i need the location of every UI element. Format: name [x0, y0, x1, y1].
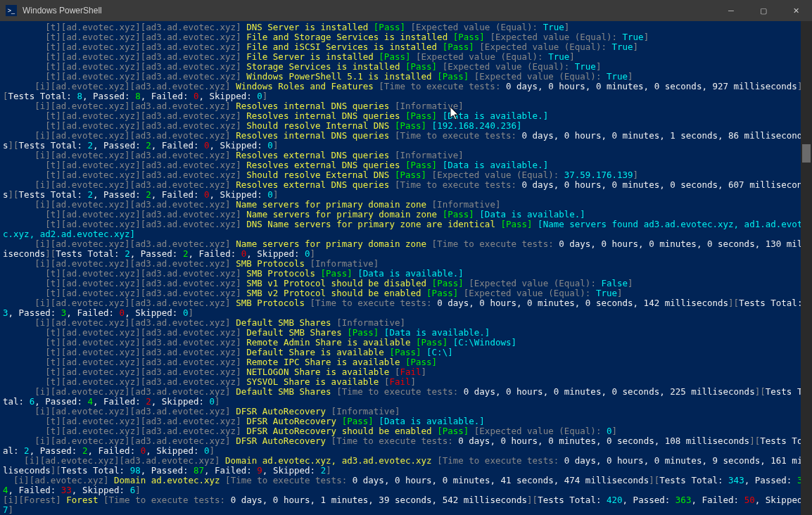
minimize-button[interactable]: ─ [715, 0, 747, 21]
maximize-button[interactable]: ▢ [747, 0, 780, 21]
scrollbar-track[interactable] [801, 21, 812, 515]
scrollbar-thumb[interactable] [802, 144, 811, 163]
terminal-output[interactable]: [t][ad.evotec.xyz][ad3.ad.evotec.xyz] DN… [0, 21, 812, 515]
powershell-icon: >_ [6, 5, 17, 16]
window-title: Windows PowerShell [23, 6, 102, 15]
window-controls: ─ ▢ ✕ [715, 0, 812, 21]
close-button[interactable]: ✕ [780, 0, 812, 21]
window-titlebar: >_ Windows PowerShell ─ ▢ ✕ [0, 0, 812, 21]
